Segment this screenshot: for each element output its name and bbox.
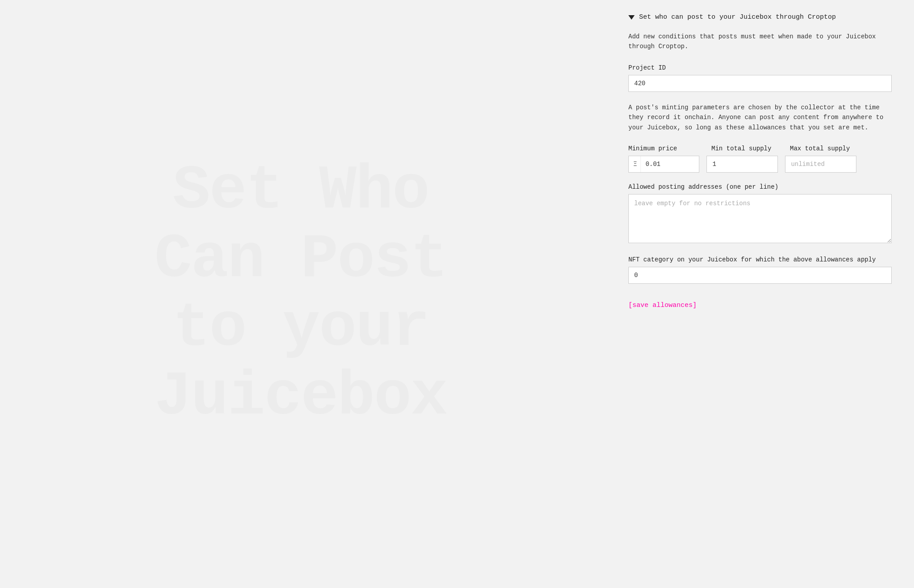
watermark: Set Who Can Post to your Juicebox — [0, 0, 602, 588]
min-price-field: Ξ — [628, 156, 699, 173]
watermark-line-3: to your — [173, 294, 429, 363]
project-id-input[interactable] — [628, 75, 892, 92]
max-supply-input[interactable] — [785, 156, 856, 173]
triangle-icon — [628, 15, 635, 20]
right-panel: Set Who Can Post to your Juicebox — [0, 0, 602, 588]
minting-description: A post's minting parameters are chosen b… — [628, 103, 892, 133]
header-line: Set who can post to your Juicebox throug… — [628, 13, 892, 21]
max-supply-field — [785, 156, 856, 173]
page-wrapper: Set Who Can Post to your Juicebox Set wh… — [0, 0, 914, 588]
page-title: Set who can post to your Juicebox throug… — [639, 13, 836, 21]
watermark-line-2: Can Post — [154, 225, 447, 294]
project-id-group: Project ID — [628, 64, 892, 92]
allowed-addresses-label: Allowed posting addresses (one per line) — [628, 183, 892, 190]
col-labels: Minimum price Min total supply Max total… — [628, 145, 892, 152]
left-panel: Set who can post to your Juicebox throug… — [602, 0, 914, 588]
min-supply-input[interactable] — [706, 156, 778, 173]
min-supply-col-label: Min total supply — [711, 145, 783, 152]
watermark-line-1: Set Who — [173, 157, 429, 225]
nft-category-group: NFT category on your Juicebox for which … — [628, 256, 892, 284]
min-price-wrapper: Ξ — [628, 156, 699, 173]
three-col: Ξ — [628, 156, 892, 173]
allowed-addresses-group: Allowed posting addresses (one per line) — [628, 183, 892, 245]
watermark-line-4: Juicebox — [154, 363, 447, 431]
nft-category-input[interactable] — [628, 267, 892, 284]
allowed-addresses-textarea[interactable] — [628, 194, 892, 243]
min-price-col-label: Minimum price — [628, 145, 704, 152]
nft-category-label: NFT category on your Juicebox for which … — [628, 256, 892, 263]
description-text: Add new conditions that posts must meet … — [628, 32, 892, 52]
min-supply-field — [706, 156, 778, 173]
eth-icon: Ξ — [629, 156, 641, 172]
save-allowances-button[interactable]: [save allowances] — [628, 302, 697, 309]
min-price-input[interactable] — [641, 156, 699, 172]
max-supply-col-label: Max total supply — [790, 145, 861, 152]
project-id-label: Project ID — [628, 64, 892, 71]
